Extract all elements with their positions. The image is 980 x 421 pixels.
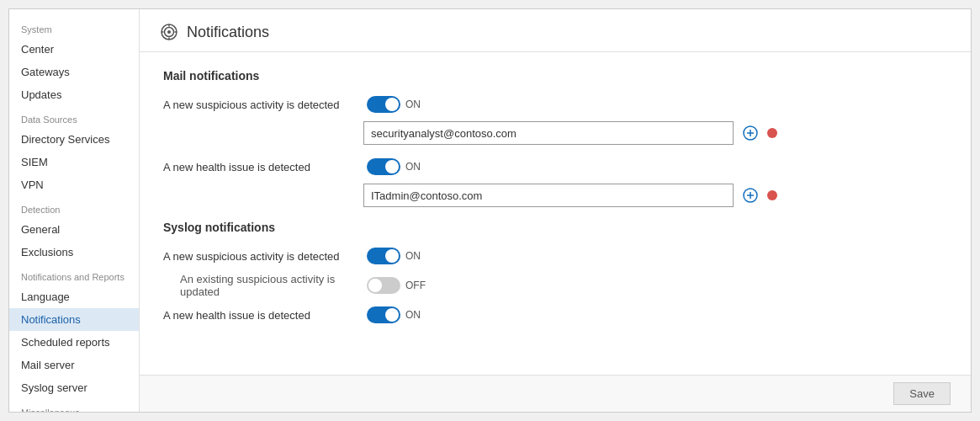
- syslog-suspicious-toggle[interactable]: [367, 248, 400, 264]
- syslog-existing-toggle-label: OFF: [405, 280, 426, 291]
- sidebar-item-syslog-server[interactable]: Syslog server: [9, 376, 139, 399]
- mail-suspicious-row: A new suspicious activity is detected ON: [163, 96, 947, 113]
- syslog-suspicious-row: A new suspicious activity is detected ON: [163, 248, 947, 264]
- save-button[interactable]: Save: [893, 382, 951, 405]
- mail-section: Mail notifications A new suspicious acti…: [163, 69, 947, 207]
- page-footer: Save: [140, 375, 971, 412]
- sidebar-section-detection: Detection: [9, 196, 139, 218]
- syslog-health-toggle[interactable]: [367, 306, 400, 323]
- sidebar-item-language[interactable]: Language: [9, 285, 139, 308]
- mail-suspicious-toggle[interactable]: [367, 96, 400, 113]
- syslog-existing-row: An existing suspicious activity is updat…: [163, 273, 947, 298]
- page-content: Mail notifications A new suspicious acti…: [140, 52, 971, 375]
- mail-health-email-input[interactable]: [363, 184, 734, 207]
- syslog-section: Syslog notifications A new suspicious ac…: [163, 221, 947, 323]
- main-panel: Notifications Mail notifications A new s…: [140, 9, 971, 412]
- sidebar-item-general[interactable]: General: [9, 218, 139, 241]
- syslog-health-toggle-container: ON: [367, 306, 421, 323]
- mail-section-title: Mail notifications: [163, 69, 947, 83]
- mail-suspicious-toggle-label: ON: [405, 99, 421, 110]
- syslog-suspicious-label: A new suspicious activity is detected: [163, 250, 357, 263]
- sidebar-item-mail-server[interactable]: Mail server: [9, 354, 139, 376]
- sidebar-section-system: System: [9, 16, 139, 38]
- sidebar-section-miscellaneous: Miscellaneous: [9, 399, 139, 412]
- svg-point-2: [167, 30, 171, 34]
- sidebar-section-data-sources: Data Sources: [9, 106, 139, 128]
- syslog-existing-toggle-container: OFF: [367, 277, 426, 294]
- mail-suspicious-email-row: [163, 121, 947, 145]
- mail-suspicious-toggle-container: ON: [367, 96, 421, 113]
- sidebar-item-directory-services[interactable]: Directory Services: [9, 128, 139, 151]
- sidebar-item-exclusions[interactable]: Exclusions: [9, 241, 139, 264]
- sidebar-item-vpn[interactable]: VPN: [9, 173, 139, 196]
- mail-health-toggle-label: ON: [405, 161, 421, 173]
- syslog-suspicious-toggle-label: ON: [405, 250, 421, 262]
- syslog-health-row: A new health issue is detected ON: [163, 306, 947, 323]
- mail-suspicious-add-button[interactable]: [740, 123, 760, 143]
- syslog-existing-toggle[interactable]: [367, 277, 400, 294]
- syslog-section-title: Syslog notifications: [163, 221, 947, 234]
- mail-health-row: A new health issue is detected ON: [163, 158, 947, 175]
- mail-suspicious-delete-button[interactable]: [767, 128, 777, 138]
- sidebar-item-siem[interactable]: SIEM: [9, 151, 139, 173]
- sidebar-item-updates[interactable]: Updates: [9, 83, 139, 106]
- sidebar-item-gateways[interactable]: Gateways: [9, 61, 139, 83]
- page-title: Notifications: [187, 24, 269, 41]
- sidebar: SystemCenterGatewaysUpdatesData SourcesD…: [9, 9, 140, 412]
- sidebar-section-notifications-and-reports: Notifications and Reports: [9, 264, 139, 285]
- mail-health-add-button[interactable]: [740, 185, 760, 205]
- syslog-health-label: A new health issue is detected: [163, 309, 357, 322]
- syslog-suspicious-toggle-container: ON: [367, 248, 421, 264]
- syslog-health-toggle-label: ON: [405, 309, 421, 321]
- notifications-icon: [160, 23, 178, 41]
- sidebar-item-notifications[interactable]: Notifications: [9, 308, 139, 331]
- mail-suspicious-label: A new suspicious activity is detected: [163, 99, 357, 111]
- mail-health-toggle[interactable]: [367, 158, 400, 175]
- syslog-existing-label: An existing suspicious activity is updat…: [180, 273, 357, 298]
- mail-health-email-row: [163, 184, 947, 207]
- sidebar-item-center[interactable]: Center: [9, 38, 139, 61]
- sidebar-item-scheduled-reports[interactable]: Scheduled reports: [9, 331, 139, 354]
- mail-health-toggle-container: ON: [367, 158, 421, 175]
- mail-suspicious-email-input[interactable]: [363, 121, 734, 145]
- mail-health-delete-button[interactable]: [767, 190, 777, 200]
- mail-health-label: A new health issue is detected: [163, 161, 357, 173]
- page-header: Notifications: [140, 9, 971, 52]
